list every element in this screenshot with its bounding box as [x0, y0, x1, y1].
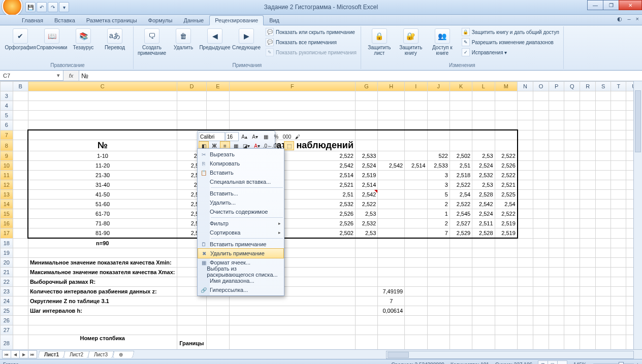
col-header-Q[interactable]: Q: [564, 82, 580, 91]
cell-R20[interactable]: [580, 258, 596, 268]
cell-J22[interactable]: [427, 277, 450, 287]
cell-L16[interactable]: 2,511: [472, 219, 495, 228]
cell-B6[interactable]: [13, 120, 28, 130]
cell-R4[interactable]: [580, 101, 596, 111]
cell-I12[interactable]: [405, 180, 427, 190]
cell-G10[interactable]: 2,524: [355, 161, 377, 171]
cell-H25[interactable]: 0,00614: [378, 306, 405, 316]
cell-C9[interactable]: 1-10: [28, 151, 177, 161]
row-header-9[interactable]: 9: [1, 151, 13, 161]
cell-H10[interactable]: 2,542: [378, 161, 405, 171]
cell-G15[interactable]: 2,53: [355, 209, 377, 219]
cell-H4[interactable]: [378, 101, 405, 111]
cell-N7[interactable]: [518, 130, 533, 140]
cell-F5[interactable]: [229, 111, 355, 120]
cell-O25[interactable]: [533, 306, 549, 316]
cell-K7[interactable]: [450, 130, 472, 140]
cell-I8[interactable]: [405, 140, 427, 151]
cell-S25[interactable]: [596, 306, 611, 316]
cell-G20[interactable]: [355, 258, 377, 268]
cell-J10[interactable]: 2,533: [427, 161, 450, 171]
sheet-tab-1[interactable]: Лист1: [38, 351, 66, 358]
cell-I4[interactable]: [405, 101, 427, 111]
cell-M8[interactable]: [495, 140, 518, 151]
ctx-гиперссылка-[interactable]: 🔗Гиперссылка...: [198, 285, 284, 294]
cell-R13[interactable]: [580, 190, 596, 200]
cell-R11[interactable]: [580, 171, 596, 180]
cell-S8[interactable]: [596, 140, 611, 151]
cell-B7[interactable]: [13, 130, 28, 140]
cell-L4[interactable]: [472, 101, 495, 111]
cell-E4[interactable]: [207, 101, 229, 111]
cell-G16[interactable]: 2,532: [355, 219, 377, 228]
cell-E27[interactable]: [207, 325, 229, 335]
cell-M20[interactable]: [495, 258, 518, 268]
cell-B22[interactable]: [13, 277, 28, 287]
cell-J5[interactable]: [427, 111, 450, 120]
cell-G24[interactable]: [355, 296, 377, 306]
cell-G6[interactable]: [355, 120, 377, 130]
cell-S9[interactable]: [596, 151, 611, 161]
cell-H12[interactable]: [378, 180, 405, 190]
cell-H9[interactable]: [378, 151, 405, 161]
cell-G19[interactable]: [355, 248, 377, 258]
cell-P21[interactable]: [549, 268, 564, 277]
zoom-in-button[interactable]: +: [636, 362, 639, 365]
cell-C10[interactable]: 11-20: [28, 161, 177, 171]
cell-H20[interactable]: [378, 258, 405, 268]
cell-Q11[interactable]: [564, 171, 580, 180]
cell-I24[interactable]: [405, 296, 427, 306]
cell-M24[interactable]: [495, 296, 518, 306]
cell-Q3[interactable]: [564, 91, 580, 101]
tab-layout[interactable]: Разметка страницы: [81, 15, 143, 25]
cell-O21[interactable]: [533, 268, 549, 277]
cell-T3[interactable]: [611, 91, 626, 101]
cell-F6[interactable]: [229, 120, 355, 130]
cell-M27[interactable]: [495, 325, 518, 335]
cell-I25[interactable]: [405, 306, 427, 316]
cell-S11[interactable]: [596, 171, 611, 180]
cell-O10[interactable]: [533, 161, 549, 171]
cell-D24[interactable]: [177, 296, 207, 306]
cell-L13[interactable]: 2,528: [472, 190, 495, 200]
cell-B9[interactable]: [13, 151, 28, 161]
cell-N28[interactable]: [518, 335, 533, 350]
cell-Q9[interactable]: [564, 151, 580, 161]
cell-C8[interactable]: №: [28, 140, 177, 151]
cell-G17[interactable]: 2,53: [355, 228, 377, 239]
view-buttons[interactable]: ▦▤▭: [538, 360, 567, 364]
ctx-вставить[interactable]: 📋Вставить: [198, 168, 284, 177]
cell-D28[interactable]: Границы: [177, 335, 207, 350]
cell-H7[interactable]: [378, 130, 405, 140]
cell-G4[interactable]: [355, 101, 377, 111]
cell-M26[interactable]: [495, 316, 518, 325]
cell-G27[interactable]: [355, 325, 377, 335]
cell-H5[interactable]: [378, 111, 405, 120]
cell-E24[interactable]: [207, 296, 229, 306]
cell-P7[interactable]: [549, 130, 564, 140]
tab-home[interactable]: Главная: [16, 15, 49, 25]
cell-T14[interactable]: [611, 200, 626, 209]
row-header-20[interactable]: 20: [1, 258, 13, 268]
qat-redo-icon[interactable]: ↷: [48, 2, 58, 12]
cell-H6[interactable]: [378, 120, 405, 130]
col-header-H[interactable]: H: [378, 82, 405, 91]
row-header-25[interactable]: 25: [1, 306, 13, 316]
cell-D26[interactable]: [177, 316, 207, 325]
cell-T23[interactable]: [611, 287, 626, 296]
cell-J9[interactable]: 522: [427, 151, 450, 161]
ctx-вставить-примечание[interactable]: 🗒Вставить примечание: [198, 240, 284, 249]
cell-J21[interactable]: [427, 268, 450, 277]
cell-O20[interactable]: [533, 258, 549, 268]
cell-N25[interactable]: [518, 306, 533, 316]
cell-R23[interactable]: [580, 287, 596, 296]
cell-O4[interactable]: [533, 101, 549, 111]
cell-I19[interactable]: [405, 248, 427, 258]
cell-B27[interactable]: [13, 325, 28, 335]
row-header-6[interactable]: 6: [1, 120, 13, 130]
cell-I7[interactable]: [405, 130, 427, 140]
ribbon-close-icon[interactable]: ×: [636, 16, 639, 22]
cell-I14[interactable]: [405, 200, 427, 209]
sheet-nav-prev-icon[interactable]: ◀: [11, 350, 20, 358]
cell-H23[interactable]: 7,49199: [378, 287, 405, 296]
